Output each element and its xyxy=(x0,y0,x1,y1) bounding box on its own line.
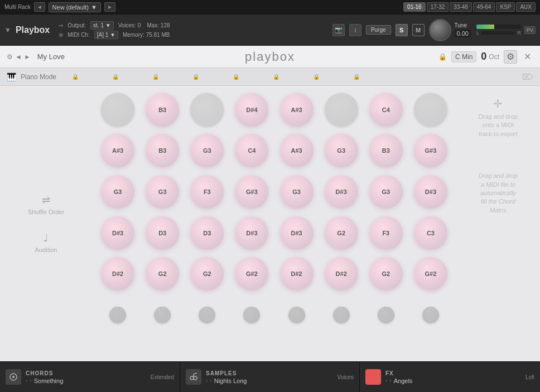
m-btn[interactable]: M xyxy=(412,24,425,36)
lock-3[interactable]: 🔒 xyxy=(152,74,159,80)
close-btn[interactable]: ✕ xyxy=(522,50,533,63)
chord-cell-2-0[interactable]: G3 xyxy=(98,173,138,210)
chord-cell-4-1[interactable]: G2 xyxy=(142,256,182,293)
nav-right[interactable]: ► xyxy=(104,2,115,12)
chords-arrow-left[interactable]: ‹ xyxy=(26,378,27,384)
chords-arrow-right[interactable]: › xyxy=(30,378,31,384)
chord-cell-1-2[interactable]: G3 xyxy=(187,133,227,170)
chord-cell-2-6[interactable]: G3 xyxy=(366,173,406,210)
chord-cell-3-4[interactable]: D#3 xyxy=(277,215,317,251)
lock-8[interactable]: 🔒 xyxy=(353,74,360,80)
pv-btn[interactable]: PV xyxy=(524,26,536,34)
chord-cell-0-1[interactable]: B3 xyxy=(142,91,182,128)
chord-cell-5-5[interactable] xyxy=(321,297,361,333)
lock-7[interactable]: 🔒 xyxy=(313,74,320,80)
nav-left[interactable]: ◄ xyxy=(34,2,45,12)
lock-5[interactable]: 🔒 xyxy=(233,74,239,80)
chord-cell-0-6[interactable]: C4 xyxy=(366,91,406,128)
chord-cell-1-0[interactable]: A#3 xyxy=(98,133,138,170)
audition-icon: ♩ xyxy=(44,232,48,244)
instrument-name: Playbox xyxy=(16,25,50,35)
samples-icon[interactable] xyxy=(186,369,201,385)
drag-export-icon[interactable]: ✛ xyxy=(493,97,503,110)
output-dropdown[interactable]: st. 1 ▼ xyxy=(90,21,114,30)
eraser-btn[interactable]: ⌦ xyxy=(522,72,533,81)
fx-arrow-right[interactable]: › xyxy=(389,378,391,384)
chord-cell-0-5[interactable] xyxy=(321,91,361,128)
samples-arrow-left[interactable]: ‹ xyxy=(206,378,208,384)
segment-17-32[interactable]: 17-32 xyxy=(427,2,449,12)
drag-import-text: Drag and dropa MIDI file toautomatically… xyxy=(479,172,518,215)
key-selector[interactable]: C Min xyxy=(451,51,476,62)
gear-btn[interactable]: ⚙ xyxy=(504,50,517,64)
audition-action[interactable]: ♩ Audition xyxy=(35,232,57,253)
lock-4[interactable]: 🔒 xyxy=(192,74,199,80)
playbox-nav-left[interactable]: ◄ xyxy=(15,53,22,61)
chord-cell-0-0[interactable] xyxy=(98,91,138,128)
lock-2[interactable]: 🔒 xyxy=(112,74,119,80)
chord-cell-1-3[interactable]: C4 xyxy=(232,133,272,170)
chord-cell-3-2[interactable]: D3 xyxy=(187,215,227,251)
segment-33-48[interactable]: 33-48 xyxy=(450,2,472,12)
lock-1[interactable]: 🔒 xyxy=(72,74,79,80)
chord-cell-2-4[interactable]: G3 xyxy=(277,173,317,210)
camera-btn[interactable]: 📷 xyxy=(332,24,345,36)
segment-ksp[interactable]: KSP xyxy=(496,2,515,12)
chord-cell-1-6[interactable]: B3 xyxy=(366,133,406,170)
samples-tag: Voices xyxy=(338,374,354,380)
chord-cell-4-4[interactable]: D#2 xyxy=(277,256,317,293)
segment-49-64[interactable]: 49-64 xyxy=(473,2,495,12)
chord-cell-3-6[interactable]: F3 xyxy=(366,215,406,251)
chord-cell-2-7[interactable]: D#3 xyxy=(411,173,451,210)
playbox-settings-icon[interactable]: ⚙ xyxy=(7,53,13,61)
chord-cell-1-7[interactable]: G#3 xyxy=(411,133,451,170)
chord-cell-5-2[interactable] xyxy=(187,297,227,333)
chord-cell-3-5[interactable]: G2 xyxy=(321,215,361,251)
s-btn[interactable]: S xyxy=(396,24,408,36)
chords-icon[interactable] xyxy=(6,369,21,385)
chord-cell-4-3[interactable]: G#2 xyxy=(232,256,272,293)
chord-cell-4-2[interactable]: G2 xyxy=(187,256,227,293)
chord-cell-5-6[interactable] xyxy=(366,297,406,333)
chord-cell-4-5[interactable]: D#2 xyxy=(321,256,361,293)
playbox-nav-right[interactable]: ► xyxy=(24,53,31,61)
chord-cell-5-3[interactable] xyxy=(232,297,272,333)
chord-cell-4-7[interactable]: G#2 xyxy=(411,256,451,293)
chord-cell-0-4[interactable]: A#3 xyxy=(277,91,317,128)
chord-cell-5-7[interactable] xyxy=(411,297,451,333)
lock-6[interactable]: 🔒 xyxy=(273,74,279,80)
chord-cell-3-0[interactable]: D#3 xyxy=(98,215,138,251)
inst-arrow-left[interactable]: ▼ xyxy=(4,26,11,34)
lr-slider[interactable] xyxy=(481,31,515,35)
chord-cell-4-6[interactable]: G2 xyxy=(366,256,406,293)
purge-btn[interactable]: Purge xyxy=(366,25,391,35)
chord-cell-5-1[interactable] xyxy=(142,297,182,333)
chord-cell-3-1[interactable]: D3 xyxy=(142,215,182,251)
chord-cell-0-2[interactable] xyxy=(187,91,227,128)
samples-arrow-right[interactable]: › xyxy=(210,378,211,384)
chord-cell-4-0[interactable]: D#2 xyxy=(98,256,138,293)
segment-aux[interactable]: AUX xyxy=(516,2,536,12)
chord-cell-2-1[interactable]: G3 xyxy=(142,173,182,210)
chord-cell-2-2[interactable]: F3 xyxy=(187,173,227,210)
chord-cell-0-3[interactable]: D#4 xyxy=(232,91,272,128)
chord-cell-5-0[interactable] xyxy=(98,297,138,333)
fx-arrow-left[interactable]: ‹ xyxy=(385,378,387,384)
chord-cell-1-5[interactable]: G3 xyxy=(321,133,361,170)
midi-dropdown[interactable]: [A] 1 ▼ xyxy=(94,31,118,39)
chord-cell-2-3[interactable]: G#3 xyxy=(232,173,272,210)
chord-cell-3-3[interactable]: D#3 xyxy=(232,215,272,251)
chord-cell-1-4[interactable]: A#3 xyxy=(277,133,317,170)
chord-cell-0-7[interactable] xyxy=(411,91,451,128)
segment-01-16[interactable]: 01-16 xyxy=(403,2,426,12)
chord-cell-2-5[interactable]: D#3 xyxy=(321,173,361,210)
chord-cell-5-4[interactable] xyxy=(277,297,317,333)
fx-power-icon[interactable]: ⏻ xyxy=(365,369,381,385)
chord-cell-1-1[interactable]: B3 xyxy=(142,133,182,170)
preset-dropdown[interactable]: New (default) ▼ xyxy=(49,2,101,12)
info-btn[interactable]: i xyxy=(349,24,361,36)
chord-cell-3-7[interactable]: C3 xyxy=(411,215,451,251)
drag-import: Drag and dropa MIDI file toautomatically… xyxy=(479,172,518,215)
shuffle-action[interactable]: ⇌ Shuffle Order xyxy=(28,194,64,215)
tune-knob[interactable] xyxy=(429,19,451,41)
